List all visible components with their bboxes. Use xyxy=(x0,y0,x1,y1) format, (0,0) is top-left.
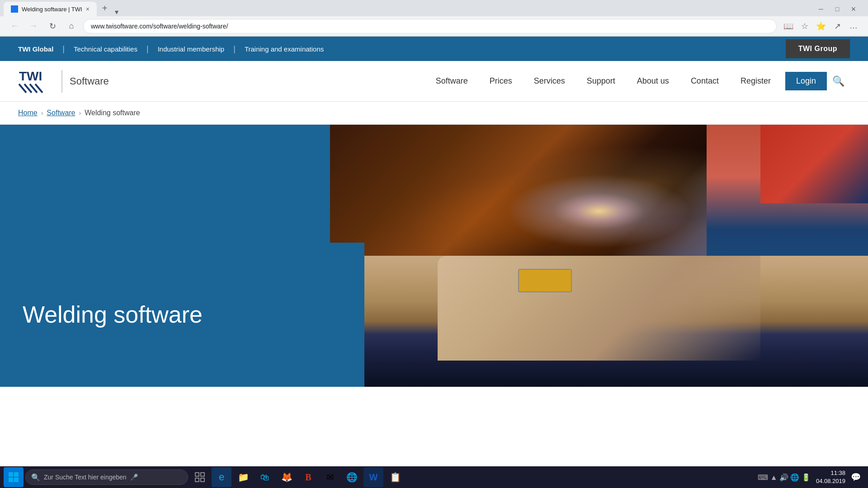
website-content: TWI Global | Technical capabilities | In… xyxy=(0,37,868,387)
svg-rect-6 xyxy=(14,472,19,477)
app-extra-icon: 📋 xyxy=(390,472,401,483)
top-nav-technical[interactable]: Technical capabilities xyxy=(65,45,146,53)
main-nav: Software Prices Services Support About u… xyxy=(425,76,782,86)
top-nav-links: TWI Global | Technical capabilities | In… xyxy=(18,44,333,54)
home-button[interactable]: ⌂ xyxy=(64,19,79,33)
store-button[interactable]: 🛍 xyxy=(255,467,275,487)
twi-group-button[interactable]: TWI Group xyxy=(786,39,850,58)
taskbar-time-display: 11:38 xyxy=(816,469,845,477)
hero-image xyxy=(330,125,868,387)
mail-icon: ✉ xyxy=(326,472,334,483)
new-tab-button[interactable]: + xyxy=(97,0,113,16)
app-extra-button[interactable]: 📋 xyxy=(385,467,405,487)
app-b-button[interactable]: B xyxy=(298,467,318,487)
svg-rect-8 xyxy=(14,478,19,482)
taskbar-search[interactable]: 🔍 Zur Suche Text hier eingeben 🎤 xyxy=(25,469,188,485)
app-b-icon: B xyxy=(305,472,311,483)
read-mode-button[interactable]: 📖 xyxy=(781,19,796,33)
top-nav-twi-global[interactable]: TWI Global xyxy=(18,45,62,53)
svg-text:TWI: TWI xyxy=(19,69,42,83)
taskbar-search-placeholder: Zur Suche Text hier eingeben xyxy=(44,474,127,481)
breadcrumb-home[interactable]: Home xyxy=(18,109,38,117)
windows-logo xyxy=(8,472,19,483)
search-button[interactable]: 🔍 xyxy=(827,75,850,87)
taskbar-mic-icon[interactable]: 🎤 xyxy=(130,474,138,481)
login-button[interactable]: Login xyxy=(785,72,827,90)
close-button[interactable]: ✕ xyxy=(846,2,861,16)
main-navigation: Software Prices Services Support About u… xyxy=(425,72,850,90)
twi-logo-svg: TWI xyxy=(18,68,54,95)
forward-button[interactable]: → xyxy=(26,19,41,33)
search-icon: 🔍 xyxy=(832,75,844,87)
top-nav-training[interactable]: Training and examinations xyxy=(236,45,333,53)
task-view-icon xyxy=(195,472,205,482)
svg-rect-9 xyxy=(195,473,199,476)
search-icon: 🔍 xyxy=(31,473,40,482)
task-view-button[interactable] xyxy=(190,467,210,487)
taskbar: 🔍 Zur Suche Text hier eingeben 🎤 e 📁 🛍 🦊… xyxy=(0,466,868,488)
breadcrumb-sep-2: › xyxy=(79,109,81,117)
nav-register[interactable]: Register xyxy=(730,76,782,86)
action-center-icon[interactable]: 💬 xyxy=(851,472,861,482)
bookmark-button[interactable]: ☆ xyxy=(797,19,812,33)
maximize-button[interactable]: □ xyxy=(830,2,844,16)
word-button[interactable]: W xyxy=(363,467,383,487)
svg-rect-7 xyxy=(9,478,13,482)
twi-logo[interactable]: TWI xyxy=(18,66,54,97)
file-explorer-button[interactable]: 📁 xyxy=(233,467,253,487)
nav-contact[interactable]: Contact xyxy=(680,76,730,86)
logo-area: TWI Software xyxy=(18,66,109,97)
taskbar-clock[interactable]: 11:38 04.08.2019 xyxy=(816,469,845,485)
welding-device-screen xyxy=(518,269,572,292)
address-bar-row: ← → ↻ ⌂ www.twisoftware.com/software/wel… xyxy=(0,16,868,36)
hub-button[interactable]: ⭐ xyxy=(814,19,828,33)
active-tab[interactable]: Welding software | TWI × xyxy=(4,2,97,16)
top-nav-industrial[interactable]: Industrial membership xyxy=(149,45,234,53)
firefox-button[interactable]: 🦊 xyxy=(277,467,297,487)
chrome-button[interactable]: 🌐 xyxy=(342,467,362,487)
top-navigation-bar: TWI Global | Technical capabilities | In… xyxy=(0,37,868,61)
nav-about[interactable]: About us xyxy=(626,76,680,86)
nav-support[interactable]: Support xyxy=(576,76,626,86)
logo-divider xyxy=(61,70,62,93)
chrome-icon: 🌐 xyxy=(346,472,358,483)
start-button[interactable] xyxy=(4,467,24,487)
settings-button[interactable]: … xyxy=(846,19,861,33)
browser-chrome: Welding software | TWI × + ▾ ─ □ ✕ ← → ↻… xyxy=(0,0,868,37)
toolbar-icons: 📖 ☆ ⭐ ↗ … xyxy=(781,19,861,33)
logo-software-label: Software xyxy=(70,75,109,87)
nav-prices[interactable]: Prices xyxy=(479,76,523,86)
hero-section: Welding software xyxy=(0,125,868,387)
tab-favicon xyxy=(11,5,18,13)
share-button[interactable]: ↗ xyxy=(830,19,844,33)
word-icon: W xyxy=(369,472,378,483)
svg-rect-11 xyxy=(195,478,199,482)
refresh-button[interactable]: ↻ xyxy=(45,19,60,33)
breadcrumb-current: Welding software xyxy=(85,109,140,117)
tab-list-button[interactable]: ▾ xyxy=(115,8,118,16)
taskbar-right: ⌨ ▲ 🔊 🌐 🔋 11:38 04.08.2019 💬 xyxy=(758,469,864,485)
address-bar[interactable]: www.twisoftware.com/software/welding-sof… xyxy=(83,19,777,33)
hero-text-area: Welding software xyxy=(0,243,364,387)
store-icon: 🛍 xyxy=(260,472,269,483)
mail-button[interactable]: ✉ xyxy=(320,467,340,487)
hero-image-lower xyxy=(330,256,868,387)
taskbar-date-display: 04.08.2019 xyxy=(816,477,845,485)
breadcrumb-software[interactable]: Software xyxy=(47,109,75,117)
nav-software[interactable]: Software xyxy=(425,76,479,86)
svg-rect-10 xyxy=(201,473,204,476)
url-text: www.twisoftware.com/software/welding-sof… xyxy=(91,23,228,30)
tab-close-button[interactable]: × xyxy=(86,5,90,13)
breadcrumb-sep-1: › xyxy=(41,109,43,117)
tab-bar: Welding software | TWI × + ▾ ─ □ ✕ xyxy=(0,0,868,16)
folder-icon: 📁 xyxy=(238,472,249,483)
ie-button[interactable]: e xyxy=(212,467,231,487)
nav-services[interactable]: Services xyxy=(523,76,576,86)
back-button[interactable]: ← xyxy=(7,19,22,33)
svg-rect-5 xyxy=(9,472,13,477)
svg-rect-12 xyxy=(201,478,204,482)
firefox-icon: 🦊 xyxy=(281,472,292,483)
minimize-button[interactable]: ─ xyxy=(814,2,828,16)
ie-icon: e xyxy=(219,471,224,483)
tab-title: Welding software | TWI xyxy=(22,6,82,13)
